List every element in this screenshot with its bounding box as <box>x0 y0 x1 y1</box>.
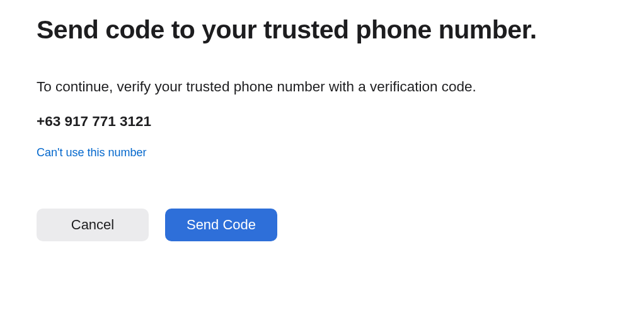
button-row: Cancel Send Code <box>37 209 607 241</box>
cant-use-number-link[interactable]: Can't use this number <box>37 146 147 159</box>
cancel-button[interactable]: Cancel <box>37 209 149 241</box>
dialog-description: To continue, verify your trusted phone n… <box>37 77 607 96</box>
dialog-heading: Send code to your trusted phone number. <box>37 15 607 45</box>
send-code-button[interactable]: Send Code <box>165 209 277 241</box>
trusted-phone-number: +63 917 771 3121 <box>37 113 607 130</box>
